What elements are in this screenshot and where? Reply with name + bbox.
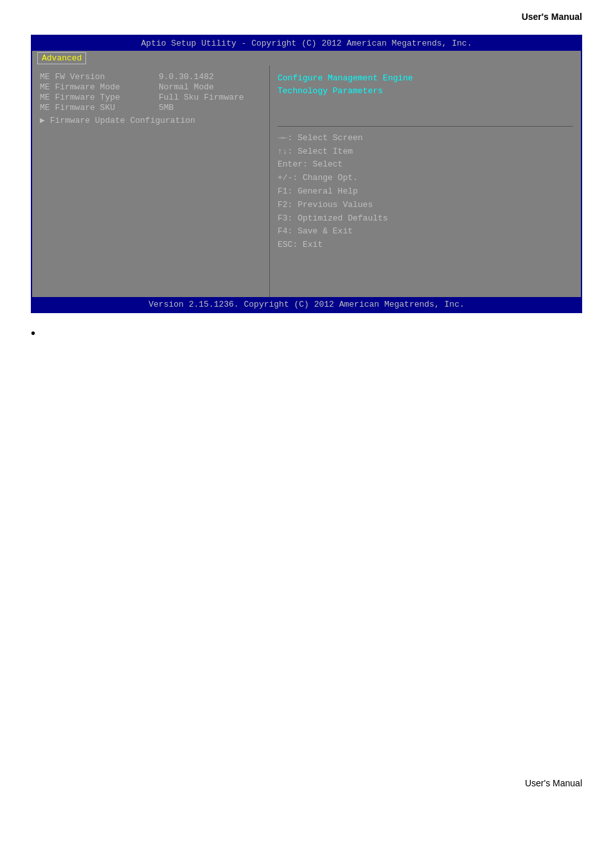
page-header: User's Manual xyxy=(0,0,613,28)
me-firmware-mode-label: ME Firmware Mode xyxy=(40,82,159,92)
bios-shortcuts: →←: Select Screen ↑↓: Select Item Enter:… xyxy=(278,132,573,252)
me-firmware-mode-row: ME Firmware Mode Normal Mode xyxy=(40,82,262,92)
me-firmware-mode-value: Normal Mode xyxy=(159,82,214,92)
bios-right-panel: Configure Management EngineTechnology Pa… xyxy=(270,66,581,297)
shortcut-select-screen: →←: Select Screen xyxy=(278,132,573,145)
shortcut-change-opt: +/-: Change Opt. xyxy=(278,172,573,185)
me-firmware-sku-row: ME Firmware SKU 5MB xyxy=(40,103,262,113)
bullet-point: • xyxy=(31,326,613,341)
me-firmware-type-row: ME Firmware Type Full Sku Firmware xyxy=(40,93,262,102)
me-firmware-sku-value: 5MB xyxy=(159,103,173,113)
me-fw-version-label: ME FW Version xyxy=(40,72,159,82)
me-firmware-sku-label: ME Firmware SKU xyxy=(40,103,159,113)
bios-footer: Version 2.15.1236. Copyright (C) 2012 Am… xyxy=(32,297,581,312)
shortcut-esc: ESC: Exit xyxy=(278,239,573,252)
bios-menu-bar: Advanced xyxy=(32,51,581,66)
shortcut-select-item: ↑↓: Select Item xyxy=(278,145,573,159)
me-fw-version-value: 9.0.30.1482 xyxy=(159,72,214,82)
bios-body: ME FW Version 9.0.30.1482 ME Firmware Mo… xyxy=(32,66,581,297)
shortcut-f4: F4: Save & Exit xyxy=(278,225,573,239)
bios-title-bar: Aptio Setup Utility - Copyright (C) 2012… xyxy=(32,36,581,51)
shortcut-f1: F1: General Help xyxy=(278,185,573,199)
page-footer: User's Manual xyxy=(0,778,613,788)
me-fw-version-row: ME FW Version 9.0.30.1482 xyxy=(40,72,262,82)
me-firmware-type-value: Full Sku Firmware xyxy=(159,93,244,102)
bios-left-panel: ME FW Version 9.0.30.1482 ME Firmware Mo… xyxy=(32,66,270,297)
shortcut-enter: Enter: Select xyxy=(278,158,573,172)
bios-screen: Aptio Setup Utility - Copyright (C) 2012… xyxy=(31,35,582,313)
bios-divider xyxy=(278,126,573,127)
shortcut-f2: F2: Previous Values xyxy=(278,199,573,212)
bios-help-description: Configure Management EngineTechnology Pa… xyxy=(278,72,573,97)
me-firmware-type-label: ME Firmware Type xyxy=(40,93,159,102)
bios-menu-tab-advanced[interactable]: Advanced xyxy=(37,52,86,64)
shortcut-f3: F3: Optimized Defaults xyxy=(278,212,573,226)
firmware-update-config-item[interactable]: ▶ Firmware Update Configuration xyxy=(40,115,262,125)
